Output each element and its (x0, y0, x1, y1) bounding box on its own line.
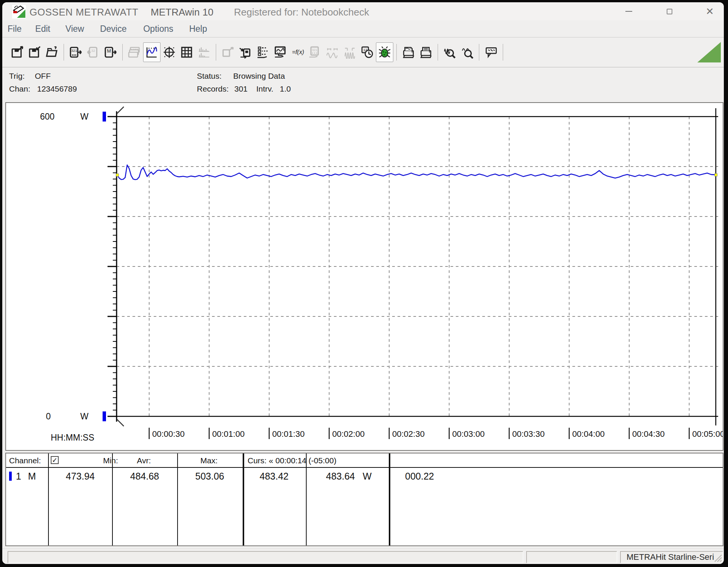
menu-item-help[interactable]: Help (189, 22, 207, 36)
x-tick-label: 00:03:00 (452, 429, 485, 439)
probe-wave-icon (326, 46, 339, 59)
menu-item-options[interactable]: Options (143, 22, 173, 36)
menu-item-view[interactable]: View (65, 22, 84, 36)
toolbar-button-table-view[interactable] (178, 42, 195, 62)
cursor-a-marker (116, 174, 118, 176)
svg-text:32: 32 (91, 48, 95, 53)
transfer-device-icon (239, 46, 252, 59)
header-max: Max: (200, 456, 218, 465)
power-trace (117, 165, 716, 180)
x-tick-label: 00:04:30 (632, 429, 665, 439)
toolbar-button-clock-device[interactable]: 12 (359, 42, 376, 62)
app-window: GOSSEN METRAWATT METRAwin 10 Registered … (2, 2, 724, 564)
toolbar-button-debug-bug[interactable] (376, 42, 393, 62)
zoom-in-icon (443, 46, 456, 59)
toolbar-button-hint-bubble[interactable] (482, 42, 500, 62)
read-memory-icon: M (104, 46, 117, 59)
menu-item-device[interactable]: Device (100, 22, 126, 36)
toolbar-button-print[interactable] (417, 42, 435, 62)
x-tick-label: 00:05:00 (692, 429, 723, 439)
y-min-label: 0 (46, 411, 51, 421)
cursor-b-unit: W (363, 471, 372, 482)
channel1-top-range-marker (103, 112, 106, 122)
channel-stats-table: Channel: ✓ Min: Avr: Max: Curs: « 00:00:… (5, 453, 723, 546)
interval-label: Intrv. (256, 84, 273, 93)
toolbar-button-chart-view[interactable] (143, 42, 161, 62)
save-as-icon (28, 46, 41, 59)
toolbar-button-write-device: 32 (84, 42, 102, 62)
status-label: Status: (197, 72, 221, 81)
app-logo-icon (12, 5, 26, 19)
x-axis-format-label: HH:MM:SS (51, 433, 94, 442)
min-value: 473.94 (66, 471, 95, 482)
header-avr: Avr: (137, 456, 151, 465)
status-device-cell: METRAHit Starline-Seri (620, 551, 723, 563)
toolbar-button-read-device[interactable]: 321 (67, 42, 84, 62)
multimeter-display-icon: 1257 (128, 46, 141, 59)
menu-item-file[interactable]: File (8, 22, 22, 36)
max-value: 503.06 (195, 471, 224, 482)
toolbar-button-save-as[interactable] (26, 42, 43, 62)
channel-visible-checkbox[interactable]: ✓ (51, 456, 59, 464)
toolbar-button-multimeter-display: 1257 (126, 42, 143, 62)
screen: GOSSEN METRAWATT METRAwin 10 Registered … (0, 0, 728, 567)
x-tick-label: 00:04:00 (572, 429, 605, 439)
menu-bar: FileEditViewDeviceOptionsHelp (2, 20, 724, 37)
title-registered: Registered for: Notebookcheck (234, 6, 369, 18)
x-tick-label: 00:01:30 (272, 429, 305, 439)
chart-view-icon (145, 46, 158, 59)
channel-color-marker (9, 472, 12, 481)
toolbar-button-signal (341, 42, 359, 62)
toolbar-separator (503, 44, 503, 61)
print-icon (419, 46, 432, 59)
toolbar-button-save-file[interactable] (8, 42, 26, 62)
histogram-view-icon (198, 46, 210, 59)
toolbar-button-transfer-device[interactable] (237, 42, 254, 62)
hint-bubble-icon (485, 46, 497, 59)
toolbar-button-print-preview[interactable] (400, 42, 417, 62)
maximize-button[interactable] (657, 2, 682, 20)
x-tick-label: 00:02:30 (392, 429, 425, 439)
chart-panel: 600W0WHH:MM:SS00:00:3000:01:0000:01:3000… (5, 102, 723, 451)
xy-view-icon (163, 46, 176, 59)
menu-item-edit[interactable]: Edit (35, 22, 50, 36)
toolbar-button-channel-settings[interactable] (254, 42, 271, 62)
resize-grip[interactable] (712, 553, 722, 564)
toolbar-button-monitor[interactable] (271, 42, 289, 62)
status-secondary-cell (526, 551, 617, 563)
x-tick-label: 00:03:30 (512, 429, 545, 439)
title-app-name: METRAwin 10 (151, 6, 214, 18)
toolbar-separator (479, 44, 479, 61)
maximize-icon (667, 9, 672, 14)
header-channel: Channel: (9, 456, 41, 465)
minimize-button[interactable] (616, 2, 641, 20)
toolbar-button-export (219, 42, 237, 62)
channel-settings-icon (256, 46, 269, 59)
trig-label: Trig: (9, 72, 25, 81)
power-chart: 600W0WHH:MM:SS00:00:3000:01:0000:01:3000… (6, 103, 723, 450)
toolbar-button-histogram-view (195, 42, 213, 62)
svg-text:=f(x): =f(x) (292, 49, 304, 55)
close-button[interactable]: ✕ (697, 2, 722, 20)
toolbar-button-xy-view[interactable] (161, 42, 178, 62)
channel-number: 1 (16, 471, 21, 482)
toolbar-button-zoom-in[interactable] (441, 42, 458, 62)
chan-value: 123456789 (37, 84, 77, 93)
header-min: Min: (103, 456, 118, 465)
toolbar-separator (216, 44, 216, 61)
avr-value: 484.68 (130, 471, 159, 482)
cursor-delta-value: 000.22 (405, 471, 434, 482)
toolbar-corner-triangle (697, 42, 721, 64)
monitor-icon (274, 46, 287, 59)
toolbar-button-probe-wave (324, 42, 341, 62)
toolbar-separator (64, 44, 64, 61)
toolbar-button-read-memory[interactable]: M (102, 42, 119, 62)
y-axis-bottom-cap (117, 419, 124, 426)
save-file-icon (11, 46, 23, 59)
toolbar-button-open-file[interactable] (43, 42, 61, 62)
title-bar: GOSSEN METRAWATT METRAwin 10 Registered … (2, 2, 724, 20)
toolbar-button-device-config: 321 (306, 42, 324, 62)
toolbar-button-formula[interactable]: =f(x) (289, 42, 306, 62)
formula-icon: =f(x) (291, 46, 304, 59)
toolbar-button-zoom-out[interactable] (458, 42, 476, 62)
